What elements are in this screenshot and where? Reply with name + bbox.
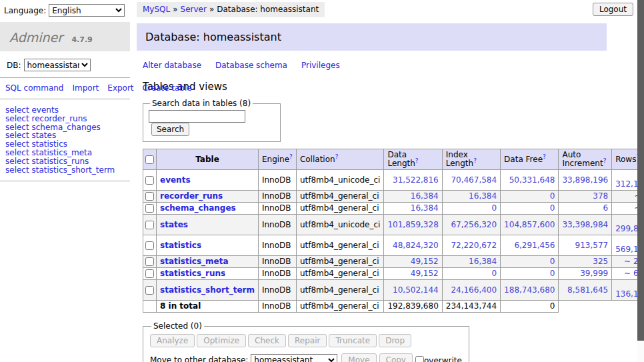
sidebar-link-export[interactable]: Export xyxy=(107,83,133,93)
tables-heading: Tables and views xyxy=(143,81,607,93)
auto-increment-cell[interactable]: 33,398,984 xyxy=(559,215,612,235)
help-icon[interactable]: ? xyxy=(289,153,293,160)
total-index-length: 234,143,744 xyxy=(442,301,500,313)
select-link-statistics-short-term[interactable]: select xyxy=(5,165,29,175)
scrollbar[interactable] xyxy=(637,0,644,362)
breadcrumb-mysql-link[interactable]: MySQL xyxy=(143,5,170,14)
collation-cell: utf8mb4_general_ci xyxy=(296,256,384,268)
row-checkbox-events[interactable] xyxy=(145,176,154,185)
move-label: Move to other database: xyxy=(150,355,248,362)
auto-increment-cell[interactable]: 378 xyxy=(559,191,612,203)
breadcrumb-server-link[interactable]: Server xyxy=(181,5,207,14)
help-icon[interactable]: ? xyxy=(415,157,419,164)
db-select[interactable]: homeassistant xyxy=(24,59,91,71)
data-length-cell[interactable]: 10,502,144 xyxy=(384,280,442,301)
table-name-link[interactable]: recorder_runs xyxy=(160,191,223,201)
table-name-link[interactable]: statistics_runs xyxy=(160,269,225,278)
row-checkbox-statistics-meta[interactable] xyxy=(145,257,154,266)
analyze-button: Analyze xyxy=(150,334,195,347)
auto-increment-cell[interactable]: 325 xyxy=(559,256,612,268)
help-icon[interactable]: ? xyxy=(473,157,477,164)
data-free-cell[interactable]: 50,331,648 xyxy=(501,170,559,191)
data-length-cell[interactable]: 101,859,328 xyxy=(384,215,442,235)
row-checkbox-statistics-runs[interactable] xyxy=(145,269,154,278)
table-link-statistics-short-term[interactable]: statistics_short_term xyxy=(31,165,115,175)
data-length-cell[interactable]: 16,384 xyxy=(384,191,442,203)
data-free-cell[interactable]: 6,291,456 xyxy=(501,235,559,256)
tables-list-table: Table Engine? Collation? Data Length? In… xyxy=(143,149,644,313)
table-name-link[interactable]: statistics xyxy=(160,241,201,250)
table-name-link[interactable]: statistics_meta xyxy=(160,257,229,266)
data-length-cell[interactable]: 31,522,816 xyxy=(384,170,442,191)
app-header: Adminer 4.7.9 xyxy=(0,22,130,51)
language-select[interactable]: English xyxy=(49,4,125,17)
data-length-cell[interactable]: 49,152 xyxy=(384,256,442,268)
row-checkbox-statistics[interactable] xyxy=(145,241,154,250)
search-button[interactable]: Search xyxy=(151,123,189,136)
privileges-link[interactable]: Privileges xyxy=(301,61,340,70)
help-icon[interactable]: ? xyxy=(603,157,607,164)
db-label: DB: xyxy=(7,61,21,70)
move-database-select[interactable]: homeassistant xyxy=(251,354,337,362)
auto-increment-cell[interactable]: 8,581,645 xyxy=(559,280,612,301)
table-name-link[interactable]: states xyxy=(160,220,188,229)
row-checkbox-recorder-runs[interactable] xyxy=(145,192,154,201)
sidebar-divider xyxy=(0,181,130,181)
engine-cell: InnoDB xyxy=(258,191,296,203)
table-name-link[interactable]: statistics_short_term xyxy=(160,285,255,295)
sidebar: Language:English Adminer 4.7.9 DB:homeas… xyxy=(0,0,130,181)
table-row: statistics_meta InnoDB utf8mb4_general_c… xyxy=(143,256,644,268)
index-length-cell[interactable]: 16,384 xyxy=(442,256,500,268)
scrollbar-thumb[interactable] xyxy=(637,0,644,341)
check-button: Check xyxy=(248,334,286,347)
data-free-cell[interactable]: 188,743,680 xyxy=(501,280,559,301)
sidebar-divider xyxy=(0,77,130,78)
help-icon[interactable]: ? xyxy=(335,153,339,160)
data-free-cell[interactable]: 0 xyxy=(501,268,559,280)
search-legend: Search data in tables (8) xyxy=(150,99,253,108)
table-row: statistics InnoDB utf8mb4_general_ci 48,… xyxy=(143,235,644,256)
index-length-cell[interactable]: 24,166,400 xyxy=(442,280,500,301)
table-row: events InnoDB utf8mb4_unicode_ci 31,522,… xyxy=(143,170,644,191)
row-checkbox-schema-changes[interactable] xyxy=(145,204,154,213)
sidebar-table-list: select events select recorder_runs selec… xyxy=(5,106,130,174)
overwrite-checkbox[interactable] xyxy=(415,356,424,362)
alter-database-link[interactable]: Alter database xyxy=(143,61,201,70)
help-icon[interactable]: ? xyxy=(543,153,546,160)
total-label: 8 in total xyxy=(157,301,259,313)
table-name-link[interactable]: schema_changes xyxy=(160,203,236,213)
table-header-row: Table Engine? Collation? Data Length? In… xyxy=(143,149,644,170)
search-input[interactable] xyxy=(149,110,245,123)
total-engine: InnoDB xyxy=(258,301,296,313)
total-data-length: 192,839,680 xyxy=(384,301,442,313)
auto-increment-cell[interactable]: 913,577 xyxy=(559,235,612,256)
sidebar-link-sql-command[interactable]: SQL command xyxy=(5,83,63,93)
col-engine: Engine? xyxy=(258,149,296,170)
sidebar-link-import[interactable]: Import xyxy=(72,83,99,93)
data-length-cell[interactable]: 16,384 xyxy=(384,203,442,215)
table-name-link[interactable]: events xyxy=(160,175,191,185)
index-length-cell[interactable]: 0 xyxy=(442,268,500,280)
index-length-cell[interactable]: 70,467,584 xyxy=(442,170,500,191)
breadcrumb-separator: » xyxy=(209,5,214,14)
auto-increment-cell[interactable]: 6 xyxy=(559,203,612,215)
table-row: states InnoDB utf8mb4_unicode_ci 101,859… xyxy=(143,215,644,235)
index-length-cell[interactable]: 16,384 xyxy=(442,191,500,203)
row-checkbox-states[interactable] xyxy=(145,221,154,229)
index-length-cell[interactable]: 72,220,672 xyxy=(442,235,500,256)
data-length-cell[interactable]: 48,824,320 xyxy=(384,235,442,256)
select-all-checkbox[interactable] xyxy=(145,155,154,164)
index-length-cell[interactable]: 67,256,320 xyxy=(442,215,500,235)
logout-button[interactable]: Logout xyxy=(593,3,633,16)
index-length-cell[interactable]: 0 xyxy=(442,203,500,215)
sidebar-link-create-table[interactable]: Create table xyxy=(143,83,192,93)
data-length-cell[interactable]: 49,152 xyxy=(384,268,442,280)
data-free-cell[interactable]: 104,857,600 xyxy=(501,215,559,235)
data-free-cell[interactable]: 0 xyxy=(501,191,559,203)
auto-increment-cell[interactable]: 39,999 xyxy=(559,268,612,280)
data-free-cell[interactable]: 0 xyxy=(501,256,559,268)
database-schema-link[interactable]: Database schema xyxy=(215,61,287,70)
auto-increment-cell[interactable]: 33,898,196 xyxy=(559,170,612,191)
data-free-cell[interactable]: 0 xyxy=(501,203,559,215)
row-checkbox-statistics-short-term[interactable] xyxy=(145,286,154,295)
